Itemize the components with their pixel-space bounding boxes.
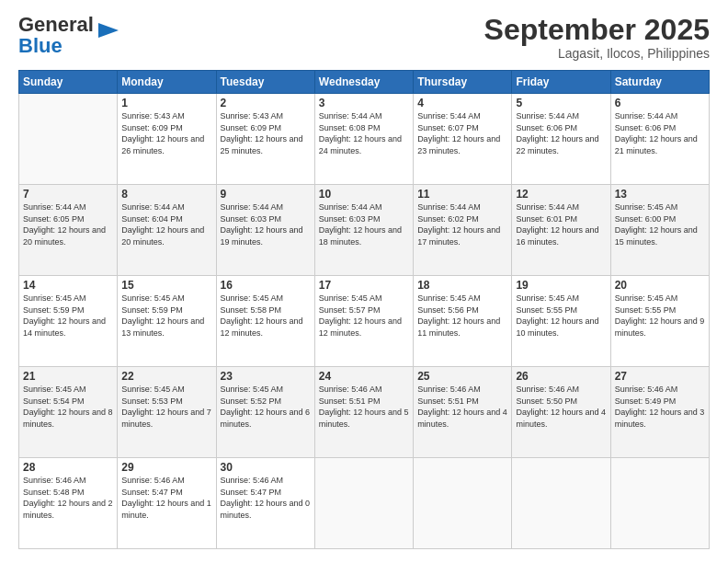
- table-row: 20Sunrise: 5:45 AM Sunset: 5:55 PM Dayli…: [610, 276, 709, 367]
- table-row: 11Sunrise: 5:44 AM Sunset: 6:02 PM Dayli…: [414, 185, 512, 276]
- day-info: Sunrise: 5:44 AM Sunset: 6:07 PM Dayligh…: [417, 110, 507, 156]
- day-info: Sunrise: 5:45 AM Sunset: 5:56 PM Dayligh…: [417, 293, 507, 339]
- day-info: Sunrise: 5:46 AM Sunset: 5:48 PM Dayligh…: [23, 475, 113, 521]
- table-row: 8Sunrise: 5:44 AM Sunset: 6:04 PM Daylig…: [118, 185, 216, 276]
- table-row: 24Sunrise: 5:46 AM Sunset: 5:51 PM Dayli…: [314, 367, 413, 458]
- logo: General Blue: [18, 14, 122, 56]
- header-wednesday: Wednesday: [314, 71, 413, 94]
- table-row: 2Sunrise: 5:43 AM Sunset: 6:09 PM Daylig…: [216, 94, 314, 185]
- header: General Blue September 2025 Lagasit, Ilo…: [18, 14, 710, 61]
- day-info: Sunrise: 5:46 AM Sunset: 5:47 PM Dayligh…: [121, 475, 211, 521]
- header-thursday: Thursday: [414, 71, 512, 94]
- day-info: Sunrise: 5:44 AM Sunset: 6:05 PM Dayligh…: [23, 201, 113, 247]
- day-number: 23: [221, 370, 311, 383]
- day-info: Sunrise: 5:45 AM Sunset: 5:55 PM Dayligh…: [615, 293, 705, 339]
- page: General Blue September 2025 Lagasit, Ilo…: [0, 0, 728, 563]
- day-number: 3: [319, 97, 409, 109]
- calendar-week-row: 7Sunrise: 5:44 AM Sunset: 6:05 PM Daylig…: [19, 185, 710, 276]
- day-number: 12: [516, 188, 606, 201]
- day-number: 9: [221, 188, 311, 201]
- day-info: Sunrise: 5:45 AM Sunset: 5:53 PM Dayligh…: [121, 384, 211, 430]
- day-number: 28: [23, 461, 113, 474]
- day-info: Sunrise: 5:44 AM Sunset: 6:01 PM Dayligh…: [516, 201, 606, 247]
- day-info: Sunrise: 5:45 AM Sunset: 5:57 PM Dayligh…: [319, 293, 409, 339]
- day-number: 29: [121, 461, 211, 474]
- day-number: 2: [221, 97, 311, 109]
- logo-general: General: [18, 14, 94, 35]
- table-row: [414, 458, 512, 549]
- day-info: Sunrise: 5:45 AM Sunset: 5:58 PM Dayligh…: [221, 293, 311, 339]
- table-row: 26Sunrise: 5:46 AM Sunset: 5:50 PM Dayli…: [512, 367, 610, 458]
- calendar-week-row: 14Sunrise: 5:45 AM Sunset: 5:59 PM Dayli…: [19, 276, 710, 367]
- day-number: 4: [417, 97, 507, 109]
- header-friday: Friday: [512, 71, 610, 94]
- day-number: 24: [319, 370, 409, 383]
- calendar-week-row: 21Sunrise: 5:45 AM Sunset: 5:54 PM Dayli…: [19, 367, 710, 458]
- table-row: 14Sunrise: 5:45 AM Sunset: 5:59 PM Dayli…: [19, 276, 118, 367]
- table-row: 22Sunrise: 5:45 AM Sunset: 5:53 PM Dayli…: [118, 367, 216, 458]
- table-row: 15Sunrise: 5:45 AM Sunset: 5:59 PM Dayli…: [118, 276, 216, 367]
- table-row: 16Sunrise: 5:45 AM Sunset: 5:58 PM Dayli…: [216, 276, 314, 367]
- header-monday: Monday: [118, 71, 216, 94]
- table-row: 6Sunrise: 5:44 AM Sunset: 6:06 PM Daylig…: [610, 94, 709, 185]
- day-info: Sunrise: 5:46 AM Sunset: 5:50 PM Dayligh…: [516, 384, 606, 430]
- day-info: Sunrise: 5:45 AM Sunset: 5:52 PM Dayligh…: [221, 384, 311, 430]
- table-row: 30Sunrise: 5:46 AM Sunset: 5:47 PM Dayli…: [216, 458, 314, 549]
- table-row: [314, 458, 413, 549]
- day-info: Sunrise: 5:45 AM Sunset: 5:59 PM Dayligh…: [23, 293, 113, 339]
- day-info: Sunrise: 5:44 AM Sunset: 6:02 PM Dayligh…: [417, 201, 507, 247]
- day-number: 15: [121, 279, 211, 292]
- table-row: 13Sunrise: 5:45 AM Sunset: 6:00 PM Dayli…: [610, 185, 709, 276]
- svg-marker-0: [98, 23, 119, 38]
- day-number: 8: [121, 188, 211, 201]
- table-row: 17Sunrise: 5:45 AM Sunset: 5:57 PM Dayli…: [314, 276, 413, 367]
- day-info: Sunrise: 5:44 AM Sunset: 6:03 PM Dayligh…: [319, 201, 409, 247]
- table-row: 3Sunrise: 5:44 AM Sunset: 6:08 PM Daylig…: [314, 94, 413, 185]
- day-number: 11: [417, 188, 507, 201]
- day-number: 21: [23, 370, 113, 383]
- day-info: Sunrise: 5:45 AM Sunset: 5:59 PM Dayligh…: [121, 293, 211, 339]
- table-row: [610, 458, 709, 549]
- calendar-table: Sunday Monday Tuesday Wednesday Thursday…: [18, 70, 710, 549]
- weekday-header-row: Sunday Monday Tuesday Wednesday Thursday…: [19, 71, 710, 94]
- header-sunday: Sunday: [19, 71, 118, 94]
- day-info: Sunrise: 5:44 AM Sunset: 6:06 PM Dayligh…: [615, 110, 705, 156]
- day-info: Sunrise: 5:44 AM Sunset: 6:03 PM Dayligh…: [221, 201, 311, 247]
- table-row: 9Sunrise: 5:44 AM Sunset: 6:03 PM Daylig…: [216, 185, 314, 276]
- day-number: 10: [319, 188, 409, 201]
- day-info: Sunrise: 5:43 AM Sunset: 6:09 PM Dayligh…: [121, 110, 211, 156]
- table-row: 5Sunrise: 5:44 AM Sunset: 6:06 PM Daylig…: [512, 94, 610, 185]
- calendar-week-row: 1Sunrise: 5:43 AM Sunset: 6:09 PM Daylig…: [19, 94, 710, 185]
- day-number: 6: [615, 97, 705, 109]
- day-number: 1: [121, 97, 211, 109]
- table-row: 19Sunrise: 5:45 AM Sunset: 5:55 PM Dayli…: [512, 276, 610, 367]
- day-number: 14: [23, 279, 113, 292]
- header-saturday: Saturday: [610, 71, 709, 94]
- logo-blue: Blue: [18, 35, 94, 56]
- day-number: 13: [615, 188, 705, 201]
- day-info: Sunrise: 5:45 AM Sunset: 6:00 PM Dayligh…: [615, 201, 705, 247]
- table-row: 12Sunrise: 5:44 AM Sunset: 6:01 PM Dayli…: [512, 185, 610, 276]
- day-number: 30: [221, 461, 311, 474]
- table-row: 25Sunrise: 5:46 AM Sunset: 5:51 PM Dayli…: [414, 367, 512, 458]
- day-info: Sunrise: 5:44 AM Sunset: 6:04 PM Dayligh…: [121, 201, 211, 247]
- day-number: 22: [121, 370, 211, 383]
- table-row: [512, 458, 610, 549]
- day-number: 18: [417, 279, 507, 292]
- day-info: Sunrise: 5:46 AM Sunset: 5:51 PM Dayligh…: [319, 384, 409, 430]
- table-row: 21Sunrise: 5:45 AM Sunset: 5:54 PM Dayli…: [19, 367, 118, 458]
- calendar-title: September 2025: [484, 14, 710, 46]
- table-row: 10Sunrise: 5:44 AM Sunset: 6:03 PM Dayli…: [314, 185, 413, 276]
- day-number: 27: [615, 370, 705, 383]
- table-row: 4Sunrise: 5:44 AM Sunset: 6:07 PM Daylig…: [414, 94, 512, 185]
- day-number: 17: [319, 279, 409, 292]
- day-info: Sunrise: 5:46 AM Sunset: 5:47 PM Dayligh…: [221, 475, 311, 521]
- table-row: [19, 94, 118, 185]
- table-row: 18Sunrise: 5:45 AM Sunset: 5:56 PM Dayli…: [414, 276, 512, 367]
- day-info: Sunrise: 5:46 AM Sunset: 5:51 PM Dayligh…: [417, 384, 507, 430]
- day-info: Sunrise: 5:43 AM Sunset: 6:09 PM Dayligh…: [221, 110, 311, 156]
- title-block: September 2025 Lagasit, Ilocos, Philippi…: [484, 14, 710, 61]
- table-row: 23Sunrise: 5:45 AM Sunset: 5:52 PM Dayli…: [216, 367, 314, 458]
- header-tuesday: Tuesday: [216, 71, 314, 94]
- day-info: Sunrise: 5:44 AM Sunset: 6:08 PM Dayligh…: [319, 110, 409, 156]
